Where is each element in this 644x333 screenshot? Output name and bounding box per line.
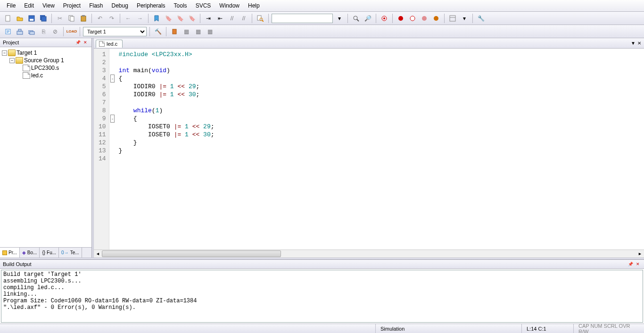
manage-button2[interactable]: ▦ [193,26,203,37]
menu-tools[interactable]: Tools [170,1,191,10]
bookmark-next-button[interactable]: 🔖 [175,13,185,24]
svg-rect-27 [173,29,176,34]
svg-line-11 [262,20,264,22]
menu-edit[interactable]: Edit [20,1,38,10]
project-tree[interactable]: − Target 1 − Source Group 1 LPC2300.s le… [0,47,91,247]
bookmark-prev-button[interactable]: 🔖 [163,13,173,24]
scroll-thumb[interactable] [102,250,281,257]
save-all-button[interactable] [38,13,49,24]
templates-tab-icon: 0→ [61,250,69,255]
breakpoint-enable-button[interactable] [419,13,429,24]
functions-tab-icon: {} [42,250,45,255]
menu-peripherals[interactable]: Peripherals [133,1,169,10]
bookmark-toggle-button[interactable] [151,13,162,24]
paste-button[interactable] [78,13,89,24]
horizontal-scrollbar[interactable]: ◄ ► [94,250,644,258]
menu-help[interactable]: Help [244,1,264,10]
editor-tabstrip: led.c ▼ ✕ [94,38,644,49]
svg-rect-7 [81,16,86,21]
editor-area: led.c ▼ ✕ 1234567891011121314 -- #includ… [94,38,644,258]
window-layout-button[interactable] [447,13,458,24]
c-file-icon [99,41,105,47]
stop-build-button[interactable]: ⊘ [50,26,60,37]
group-folder-icon [16,57,23,64]
svg-rect-4 [41,17,46,21]
menu-window[interactable]: Window [215,1,243,10]
svg-point-16 [398,16,403,21]
breakpoint-insert-button[interactable] [396,13,406,24]
breakpoint-disable-button[interactable] [407,13,418,24]
editor-tab-active[interactable]: led.c [96,40,123,48]
translate-button[interactable] [3,26,13,37]
redo-button[interactable]: ↷ [107,13,117,24]
tree-item-group[interactable]: Source Group 1 [24,57,64,64]
nav-back-button[interactable]: ← [123,13,133,24]
menu-svcs[interactable]: SVCS [192,1,215,10]
find-in-files-button[interactable] [255,13,265,24]
code-editor[interactable]: 1234567891011121314 -- #include <LPC23xx… [94,49,644,250]
status-mode: Simulation [375,324,521,333]
tab-project[interactable]: Pr... [0,248,20,258]
indent-button[interactable]: ⇥ [203,13,214,24]
file-ext-button[interactable] [169,26,180,37]
project-tab-icon [2,250,7,255]
nav-fwd-button[interactable]: → [135,13,145,24]
pin-icon[interactable]: 📌 [74,39,81,46]
undo-button[interactable]: ↶ [95,13,105,24]
fold-column[interactable]: -- [109,49,116,250]
open-file-button[interactable] [15,13,25,24]
incremental-find-button[interactable]: 🔎 [363,13,373,24]
manage-button3[interactable]: ▦ [205,26,215,37]
outdent-button[interactable]: ⇤ [215,13,225,24]
tab-dropdown-button[interactable]: ▼ [631,41,636,46]
save-button[interactable] [26,13,37,24]
status-flags: CAP NUM SCRL OVR R/W [573,324,644,333]
rebuild-button[interactable] [26,26,37,37]
tab-functions[interactable]: {}Fu... [40,248,59,258]
search-input[interactable] [272,14,333,23]
scroll-right-arrow[interactable]: ► [636,250,644,258]
uncomment-button[interactable]: // [239,13,249,24]
target-options-button[interactable]: 🔨 [153,26,163,37]
menu-debug[interactable]: Debug [108,1,132,10]
breakpoint-kill-button[interactable] [431,13,441,24]
batch-build-button[interactable]: ⎘ [38,26,49,37]
new-file-button[interactable] [3,13,13,24]
window-layout-dropdown[interactable]: ▾ [459,13,470,24]
svg-rect-6 [70,17,74,21]
build-output-panel: Build Output 📌 ✕ Build target 'Target 1'… [0,259,644,324]
search-dropdown-button[interactable]: ▾ [334,13,345,24]
close-icon[interactable]: ✕ [635,261,641,267]
status-cursor: L:14 C:1 [521,324,573,333]
debug-button[interactable] [379,13,389,24]
menu-view[interactable]: View [39,1,58,10]
tree-item-file[interactable]: LPC2300.s [31,65,59,71]
menu-flash[interactable]: Flash [85,1,107,10]
cut-button[interactable]: ✂ [55,13,65,24]
menu-project[interactable]: Project [59,1,84,10]
configure-button[interactable]: 🔧 [476,13,486,24]
download-button[interactable]: LOAD [66,26,77,37]
tab-templates[interactable]: 0→Te... [59,248,82,258]
svg-point-19 [434,16,438,21]
build-output-text[interactable]: Build target 'Target 1' assembling LPC23… [1,270,643,323]
pin-icon[interactable]: 📌 [627,261,634,267]
bookmark-clear-button[interactable]: 🔖 [187,13,197,24]
code-content[interactable]: #include <LPC23xx.H>int main(void){ IODI… [116,49,215,250]
target-select[interactable]: Target 1 [83,27,147,36]
close-icon[interactable]: ✕ [82,39,89,46]
scroll-left-arrow[interactable]: ◄ [94,250,102,258]
tree-item-target[interactable]: Target 1 [17,50,37,56]
tree-item-file[interactable]: led.c [31,72,43,79]
build-button[interactable] [15,26,25,37]
svg-rect-26 [30,32,34,34]
tab-books[interactable]: ◆Bo... [20,248,40,258]
copy-button[interactable] [66,13,77,24]
tab-close-button[interactable]: ✕ [637,41,641,46]
tree-toggle[interactable]: − [2,50,7,56]
manage-button1[interactable]: ▦ [181,26,191,37]
comment-button[interactable]: // [227,13,237,24]
tree-toggle[interactable]: − [9,58,15,63]
menu-file[interactable]: File [3,1,19,10]
find-button[interactable] [351,13,361,24]
